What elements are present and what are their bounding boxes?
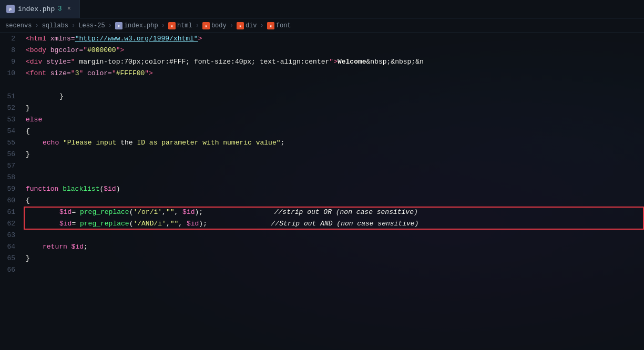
code-line-56: 56 }	[0, 149, 644, 160]
breadcrumb-html: H html	[168, 22, 192, 29]
svg-text:H: H	[239, 25, 241, 28]
code-line-65: 65 }	[0, 253, 644, 264]
line-content-62: $id= preg_replace('/AND/i',"", $id); //S…	[24, 218, 644, 230]
line-content-56: }	[24, 149, 644, 160]
tab-close-button[interactable]: ×	[65, 5, 73, 13]
line-content-65: }	[24, 253, 644, 264]
code-line-8: 8 <body bgcolor="#000000">	[0, 45, 644, 56]
line-number-55: 55	[0, 137, 24, 149]
breadcrumb-font: H font	[267, 22, 291, 29]
svg-text:H: H	[171, 25, 172, 28]
line-content-61: $id= preg_replace('/or/i',"", $id); //st…	[24, 207, 644, 218]
line-content-54: {	[24, 126, 644, 137]
line-content-55: echo "Please input the ID as parameter w…	[24, 137, 644, 149]
line-content-52: }	[24, 102, 644, 114]
line-content-51: }	[24, 91, 644, 102]
code-line-62: 62 $id= preg_replace('/AND/i',"", $id); …	[0, 218, 644, 230]
tab-label: index.php	[18, 5, 55, 13]
breadcrumb-secenvs: secenvs	[5, 22, 32, 29]
code-line-58: 58	[0, 172, 644, 183]
line-number-51: 51	[0, 91, 24, 102]
php-tab-icon: P	[6, 5, 15, 13]
code-line-53: 53 else	[0, 114, 644, 126]
tab-badge: 3	[58, 5, 62, 13]
code-line-2: 2 <html xmlns="http://www.w3.org/1999/xh…	[0, 33, 644, 45]
breadcrumb-indexphp: P index.php	[115, 22, 158, 29]
line-number-2: 2	[0, 33, 24, 45]
code-line-66: 66	[0, 264, 644, 276]
line-number-66: 66	[0, 264, 24, 276]
code-line-gap1	[0, 79, 644, 91]
line-content-60: {	[24, 195, 644, 207]
line-number-63: 63	[0, 230, 24, 241]
code-line-10: 10 <font size="3" color="#FFFF00">	[0, 68, 644, 79]
code-line-63: 63	[0, 230, 644, 241]
line-content-64: return $id;	[24, 241, 644, 253]
code-line-60: 60 {	[0, 195, 644, 207]
code-line-54: 54 {	[0, 126, 644, 137]
breadcrumb-sqllabs: sqllabs	[42, 22, 68, 29]
line-number-53: 53	[0, 114, 24, 126]
breadcrumb-body: H body	[202, 22, 227, 29]
code-line-64: 64 return $id;	[0, 241, 644, 253]
line-content-10: <font size="3" color="#FFFF00">	[24, 68, 644, 79]
line-number-64: 64	[0, 241, 24, 253]
line-number-58: 58	[0, 172, 24, 183]
line-number-59: 59	[0, 183, 24, 195]
line-content-53: else	[24, 114, 644, 126]
line-content-8: <body bgcolor="#000000">	[24, 45, 644, 56]
code-line-55: 55 echo "Please input the ID as paramete…	[0, 137, 644, 149]
line-number-65: 65	[0, 253, 24, 264]
code-line-57: 57	[0, 160, 644, 172]
line-number-10: 10	[0, 68, 24, 79]
svg-text:P: P	[9, 7, 12, 12]
svg-text:P: P	[118, 24, 120, 28]
code-line-61: 61 $id= preg_replace('/or/i',"", $id); /…	[0, 207, 644, 218]
svg-text:H: H	[205, 25, 207, 28]
line-content-9: <div style=" margin-top:70px;color:#FFF;…	[24, 56, 644, 68]
line-content-59: function blacklist($id)	[24, 183, 644, 195]
code-line-59: 59 function blacklist($id)	[0, 183, 644, 195]
line-number-60: 60	[0, 195, 24, 207]
code-line-51: 51 }	[0, 91, 644, 102]
line-number-8: 8	[0, 45, 24, 56]
line-number-9: 9	[0, 56, 24, 68]
code-line-9: 9 <div style=" margin-top:70px;color:#FF…	[0, 56, 644, 68]
breadcrumb: secenvs › sqllabs › Less-25 › P index.ph…	[0, 18, 644, 33]
tab-index-php[interactable]: P index.php 3 ×	[0, 0, 80, 18]
breadcrumb-less25: Less-25	[78, 22, 105, 29]
editor-container: 2 <html xmlns="http://www.w3.org/1999/xh…	[0, 33, 644, 350]
line-number-61: 61	[0, 207, 24, 218]
code-line-52: 52 }	[0, 102, 644, 114]
line-number-52: 52	[0, 102, 24, 114]
line-number-62: 62	[0, 218, 24, 230]
line-number-57: 57	[0, 160, 24, 172]
line-number-54: 54	[0, 126, 24, 137]
line-content-2: <html xmlns="http://www.w3.org/1999/xhtm…	[24, 33, 644, 45]
tab-bar: P index.php 3 ×	[0, 0, 644, 18]
line-number-56: 56	[0, 149, 24, 160]
breadcrumb-div: H div	[237, 22, 257, 29]
code-area[interactable]: 2 <html xmlns="http://www.w3.org/1999/xh…	[0, 33, 644, 350]
svg-text:H: H	[270, 25, 271, 28]
highlighted-block: 61 $id= preg_replace('/or/i',"", $id); /…	[0, 207, 644, 230]
